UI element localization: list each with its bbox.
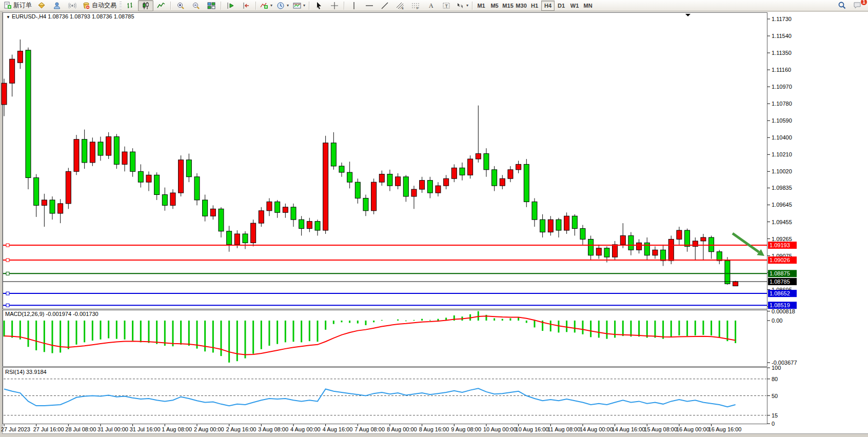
fibonacci-tool-button[interactable]: F bbox=[408, 0, 423, 11]
line-drag-handle[interactable] bbox=[6, 272, 9, 275]
timeframe-d1-button[interactable]: D1 bbox=[555, 1, 568, 11]
candle-body bbox=[733, 282, 738, 286]
macd-axis-label: 0.000818 bbox=[772, 308, 795, 314]
gold-diamond-icon bbox=[37, 2, 46, 10]
time-axis-label: 1 Aug 08:00 bbox=[162, 426, 192, 432]
templates-dropdown-caret: ▾ bbox=[303, 3, 305, 8]
line-drag-handle[interactable] bbox=[6, 304, 9, 307]
price-axis-label: 1.10970 bbox=[772, 84, 792, 90]
svg-text:E: E bbox=[402, 7, 404, 10]
candle-body bbox=[540, 220, 545, 232]
candle-body bbox=[387, 174, 392, 186]
fibonacci-icon: F bbox=[411, 2, 420, 10]
price-axis-label: 1.11540 bbox=[772, 33, 792, 39]
cursor-tool-button[interactable] bbox=[311, 0, 327, 11]
timeframe-m1-button[interactable]: M1 bbox=[475, 1, 488, 11]
candle-body bbox=[170, 193, 175, 205]
time-axis-label: 28 Jul 08:00 bbox=[65, 426, 96, 432]
timeframe-h1-button[interactable]: H1 bbox=[528, 1, 541, 11]
time-axis-label: 16 Aug 16:00 bbox=[708, 426, 742, 432]
price-axis-label: 1.10780 bbox=[772, 101, 792, 107]
candle-body bbox=[17, 51, 23, 63]
candle-body bbox=[2, 83, 7, 105]
time-axis-label: 15 Aug 08:00 bbox=[644, 426, 677, 432]
text-label-tool-button[interactable]: T bbox=[439, 0, 454, 11]
timeframe-m15-button[interactable]: M15 bbox=[501, 1, 515, 11]
periods-button[interactable]: ▾ bbox=[274, 0, 291, 11]
chart-canvas[interactable]: 1.117301.115401.113501.111601.109701.107… bbox=[0, 0, 868, 437]
time-axis-label: 7 Aug 08:00 bbox=[354, 426, 385, 432]
search-icon bbox=[838, 1, 846, 10]
chart-shift-button[interactable] bbox=[239, 0, 254, 11]
candle-body bbox=[725, 261, 730, 284]
candle-body bbox=[275, 202, 280, 212]
time-axis-label: 10 Aug 16:00 bbox=[516, 426, 549, 432]
candle-body bbox=[315, 222, 320, 230]
candle-body bbox=[323, 143, 328, 230]
bar-chart-type-button[interactable] bbox=[123, 0, 138, 11]
horizontal-line-tool-button[interactable] bbox=[362, 0, 377, 11]
timeframe-mn-button[interactable]: MN bbox=[581, 1, 595, 11]
line-drag-handle[interactable] bbox=[6, 259, 9, 262]
candle-body bbox=[98, 142, 103, 155]
template-icon bbox=[293, 2, 301, 10]
cursor-icon bbox=[315, 2, 323, 10]
rsi-indicator-name: RSI(14) bbox=[5, 369, 25, 375]
line-chart-type-button[interactable] bbox=[153, 0, 169, 11]
price-axis-label: 1.10590 bbox=[772, 117, 792, 124]
templates-button[interactable]: ▾ bbox=[291, 0, 307, 11]
tile-windows-button[interactable] bbox=[204, 0, 219, 11]
timeframe-m30-button[interactable]: M30 bbox=[515, 1, 528, 11]
indicators-button[interactable]: ▾ bbox=[258, 0, 274, 11]
timeframe-w1-button[interactable]: W1 bbox=[568, 1, 581, 11]
candle-body bbox=[82, 140, 87, 163]
rsi-axis-label: 50 bbox=[772, 393, 778, 399]
auto-trading-button[interactable]: 自动交易 bbox=[80, 0, 119, 11]
toolbar-separator bbox=[170, 2, 171, 10]
time-axis-label: 31 Jul 16:00 bbox=[130, 426, 161, 432]
notifications-button[interactable]: 1 bbox=[850, 0, 865, 11]
time-axis-label: 2 Aug 00:00 bbox=[194, 426, 224, 432]
zoom-in-button[interactable] bbox=[173, 0, 188, 11]
crosshair-tool-button[interactable] bbox=[327, 0, 342, 11]
search-button[interactable] bbox=[834, 0, 850, 11]
new-order-button[interactable]: 新订单 bbox=[2, 0, 34, 11]
time-axis-label: 27 Jul 16:00 bbox=[33, 426, 64, 432]
zoom-out-button[interactable] bbox=[188, 0, 204, 11]
candle-body bbox=[26, 50, 31, 178]
data-window-button[interactable] bbox=[34, 0, 49, 11]
timeframe-h4-button[interactable]: H4 bbox=[541, 1, 555, 11]
candlestick-type-button[interactable] bbox=[138, 0, 153, 11]
candle-body bbox=[283, 207, 288, 212]
candle-body bbox=[42, 200, 47, 205]
trendline-tool-button[interactable] bbox=[377, 0, 392, 11]
candle-body bbox=[420, 181, 425, 189]
toolbar-separator bbox=[309, 2, 310, 10]
candle-body bbox=[572, 216, 577, 228]
chart-dropdown-icon[interactable]: ▼ bbox=[6, 15, 10, 19]
channel-tool-button[interactable]: E bbox=[392, 0, 408, 11]
terminal-button[interactable] bbox=[49, 0, 65, 11]
timeframe-m5-button[interactable]: M5 bbox=[488, 1, 501, 11]
arrows-tool-button[interactable]: ▾ bbox=[454, 0, 470, 11]
text-icon: A bbox=[427, 2, 435, 10]
news-button[interactable] bbox=[65, 0, 80, 11]
line-chart-icon bbox=[157, 2, 165, 10]
candle-body bbox=[66, 171, 71, 204]
candle-body bbox=[508, 170, 513, 178]
candle-body bbox=[516, 164, 521, 169]
line-drag-handle[interactable] bbox=[6, 292, 9, 295]
candle-body bbox=[227, 231, 232, 245]
time-axis-label: 3 Aug 08:00 bbox=[258, 426, 288, 432]
candle-body bbox=[114, 136, 119, 164]
main-toolbar: 新订单 自动交易 ▾ ▾ bbox=[0, 0, 868, 11]
auto-scroll-button[interactable] bbox=[223, 0, 239, 11]
toolbar-separator bbox=[255, 2, 257, 10]
time-axis-label: 27 Jul 2023 bbox=[1, 426, 30, 432]
candle-body bbox=[403, 177, 408, 196]
candle-body bbox=[291, 207, 296, 220]
vertical-line-tool-button[interactable] bbox=[346, 0, 362, 11]
line-drag-handle[interactable] bbox=[6, 244, 9, 247]
price-axis-label: 1.09645 bbox=[772, 202, 792, 208]
text-tool-button[interactable]: A bbox=[423, 0, 439, 11]
